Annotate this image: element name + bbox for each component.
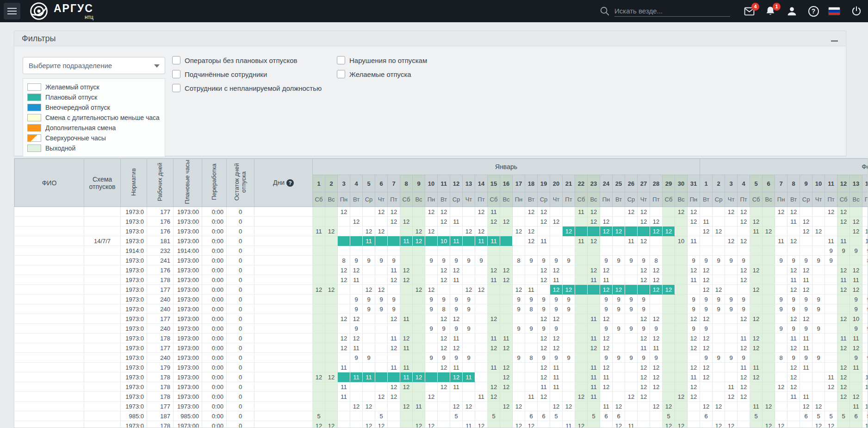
- schedule-cell[interactable]: [475, 295, 488, 304]
- schedule-cell[interactable]: [463, 314, 475, 324]
- schedule-cell[interactable]: 11: [525, 285, 538, 295]
- schedule-cell[interactable]: [388, 285, 400, 295]
- schedule-cell[interactable]: 9: [538, 353, 550, 363]
- schedule-cell[interactable]: [413, 207, 425, 217]
- schedule-cell[interactable]: 8: [525, 353, 538, 363]
- schedule-cell[interactable]: 9: [713, 295, 725, 304]
- schedule-cell[interactable]: 9: [825, 246, 837, 256]
- schedule-cell[interactable]: 12: [850, 265, 862, 275]
- schedule-cell[interactable]: [575, 353, 588, 363]
- schedule-cell[interactable]: 12: [738, 314, 750, 324]
- schedule-cell[interactable]: [588, 421, 600, 428]
- schedule-cell[interactable]: [625, 217, 638, 227]
- schedule-cell[interactable]: 12: [650, 363, 663, 372]
- schedule-cell[interactable]: 12: [600, 343, 613, 353]
- schedule-cell[interactable]: 9: [463, 304, 475, 314]
- schedule-cell[interactable]: [812, 343, 825, 353]
- schedule-cell[interactable]: 12: [375, 421, 388, 428]
- schedule-cell[interactable]: [338, 421, 350, 428]
- schedule-cell[interactable]: 11: [475, 392, 488, 402]
- schedule-cell[interactable]: 6: [525, 411, 538, 421]
- schedule-cell[interactable]: 12: [750, 372, 763, 382]
- schedule-cell[interactable]: [775, 372, 787, 382]
- schedule-cell[interactable]: [575, 314, 588, 324]
- schedule-cell[interactable]: [350, 411, 363, 421]
- filter-checkbox-item[interactable]: Операторы без плановых отпусков: [172, 56, 322, 64]
- schedule-cell[interactable]: [350, 227, 363, 236]
- schedule-cell[interactable]: 9: [738, 304, 750, 314]
- schedule-cell[interactable]: [325, 402, 338, 411]
- schedule-cell[interactable]: 12: [538, 392, 550, 402]
- schedule-cell[interactable]: 12: [713, 227, 725, 236]
- schedule-cell[interactable]: 9: [725, 256, 738, 265]
- schedule-cell[interactable]: [475, 372, 488, 382]
- schedule-cell[interactable]: 5: [750, 411, 763, 421]
- schedule-cell[interactable]: [563, 343, 575, 353]
- schedule-cell[interactable]: [413, 363, 425, 372]
- schedule-cell[interactable]: 8: [650, 256, 663, 265]
- schedule-cell[interactable]: 12: [538, 314, 550, 324]
- schedule-cell[interactable]: 10: [850, 314, 862, 324]
- schedule-cell[interactable]: 11: [500, 334, 513, 343]
- schedule-cell[interactable]: 9: [625, 304, 638, 314]
- schedule-cell[interactable]: 12: [588, 236, 600, 246]
- schedule-cell[interactable]: [563, 382, 575, 392]
- schedule-cell[interactable]: [550, 227, 563, 236]
- schedule-cell[interactable]: 11: [488, 334, 500, 343]
- schedule-cell[interactable]: 12: [787, 207, 800, 217]
- schedule-cell[interactable]: [675, 353, 688, 363]
- schedule-cell[interactable]: 12: [638, 275, 650, 285]
- schedule-cell[interactable]: [338, 304, 350, 314]
- schedule-cell[interactable]: 11: [837, 236, 850, 246]
- schedule-cell[interactable]: 12: [325, 372, 338, 382]
- schedule-cell[interactable]: [325, 265, 338, 275]
- schedule-cell[interactable]: 5: [488, 411, 500, 421]
- schedule-cell[interactable]: 9: [850, 295, 862, 304]
- schedule-cell[interactable]: [363, 343, 375, 353]
- schedule-cell[interactable]: [425, 372, 438, 382]
- schedule-cell[interactable]: [625, 382, 638, 392]
- schedule-cell[interactable]: [613, 217, 625, 227]
- schedule-cell[interactable]: [862, 392, 868, 402]
- schedule-cell[interactable]: [513, 343, 525, 353]
- schedule-cell[interactable]: [862, 334, 868, 343]
- schedule-cell[interactable]: 11: [488, 236, 500, 246]
- schedule-cell[interactable]: [388, 246, 400, 256]
- schedule-cell[interactable]: [413, 382, 425, 392]
- checkbox[interactable]: [172, 84, 180, 92]
- schedule-cell[interactable]: [375, 363, 388, 372]
- schedule-cell[interactable]: 12: [363, 227, 375, 236]
- schedule-cell[interactable]: [600, 392, 613, 402]
- schedule-cell[interactable]: [850, 236, 862, 246]
- schedule-cell[interactable]: [738, 402, 750, 411]
- schedule-cell[interactable]: 12: [450, 402, 463, 411]
- schedule-cell[interactable]: [588, 285, 600, 295]
- schedule-cell[interactable]: 11: [800, 392, 812, 402]
- schedule-cell[interactable]: [800, 207, 812, 217]
- schedule-cell[interactable]: [325, 275, 338, 285]
- schedule-cell[interactable]: 12: [413, 236, 425, 246]
- schedule-cell[interactable]: [713, 265, 725, 275]
- schedule-cell[interactable]: 12: [550, 265, 563, 275]
- schedule-cell[interactable]: 12: [650, 275, 663, 285]
- schedule-cell[interactable]: 9: [800, 353, 812, 363]
- schedule-cell[interactable]: 12: [625, 207, 638, 217]
- schedule-cell[interactable]: 12: [488, 265, 500, 275]
- schedule-cell[interactable]: 12: [775, 207, 787, 217]
- schedule-cell[interactable]: [775, 334, 787, 343]
- schedule-cell[interactable]: 11: [588, 363, 600, 372]
- schedule-cell[interactable]: [363, 392, 375, 402]
- schedule-cell[interactable]: 11: [400, 343, 413, 353]
- schedule-cell[interactable]: 11: [588, 392, 600, 402]
- schedule-cell[interactable]: [413, 392, 425, 402]
- schedule-cell[interactable]: [400, 295, 413, 304]
- schedule-cell[interactable]: [613, 334, 625, 343]
- schedule-cell[interactable]: 9: [825, 256, 837, 265]
- schedule-cell[interactable]: 12: [787, 236, 800, 246]
- schedule-cell[interactable]: [763, 304, 775, 314]
- schedule-cell[interactable]: [575, 256, 588, 265]
- schedule-cell[interactable]: 11: [575, 236, 588, 246]
- schedule-cell[interactable]: [575, 246, 588, 256]
- schedule-cell[interactable]: [313, 343, 325, 353]
- schedule-cell[interactable]: 11: [787, 392, 800, 402]
